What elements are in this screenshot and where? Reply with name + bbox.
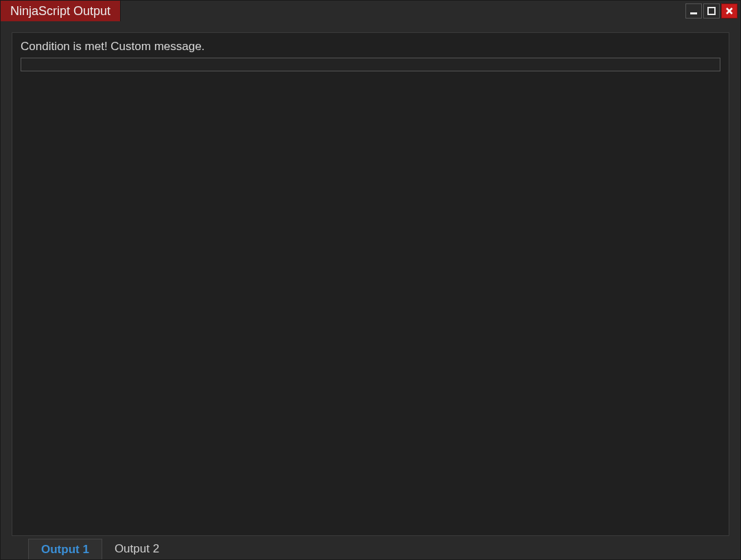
output-message: Condition is met! Custom message.: [21, 40, 720, 54]
tabs: Output 1 Output 2: [28, 536, 729, 559]
close-button[interactable]: [721, 3, 738, 19]
window-title: NinjaScript Output: [1, 1, 121, 21]
minimize-icon: [689, 6, 698, 16]
content-area: Condition is met! Custom message. Output…: [1, 21, 740, 559]
tab-output-2[interactable]: Output 2: [102, 539, 172, 559]
output-input[interactable]: [21, 58, 720, 71]
minimize-button[interactable]: [685, 3, 702, 19]
window-controls: [685, 1, 740, 21]
svg-rect-1: [708, 8, 715, 14]
output-panel: Condition is met! Custom message.: [12, 32, 729, 536]
tab-output-1[interactable]: Output 1: [28, 539, 102, 559]
maximize-button[interactable]: [703, 3, 720, 19]
titlebar[interactable]: NinjaScript Output: [1, 1, 740, 21]
svg-rect-0: [690, 12, 697, 14]
window: NinjaScript Output Conditio: [0, 0, 741, 560]
maximize-icon: [707, 6, 716, 16]
close-icon: [725, 6, 734, 16]
